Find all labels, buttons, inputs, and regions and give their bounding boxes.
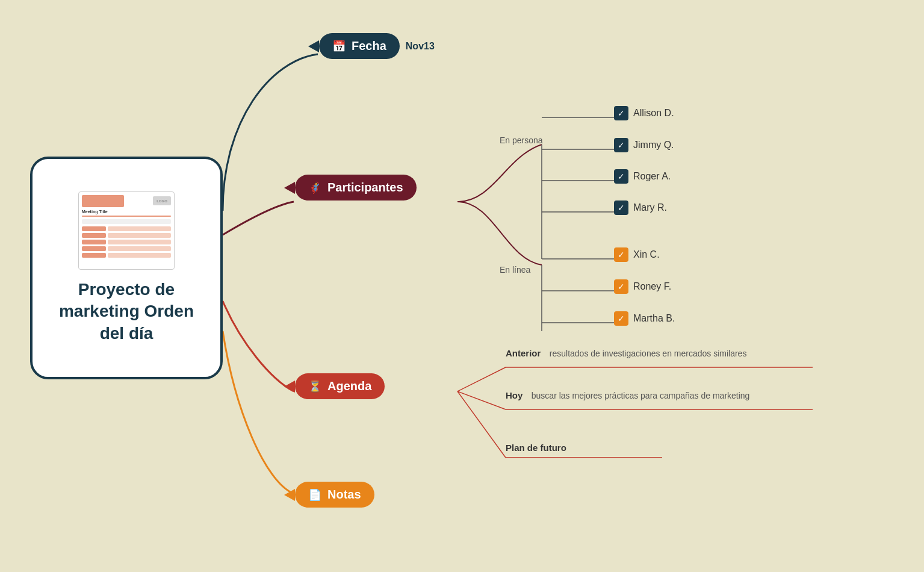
hourglass-icon: ⏳ [308,380,321,393]
central-node: LOGO Meeting Title Proyecto de marketing… [30,157,223,379]
agenda-hoy-text: buscar las mejores prácticas para campañ… [532,391,750,400]
preview-title: Meeting Title [82,210,171,214]
checkbox-orange: ✓ [614,247,628,262]
agenda-anterior-label: Anterior [506,348,541,358]
checkbox-orange: ✓ [614,311,628,326]
en-linea-label: En línea [500,265,530,275]
svg-line-11 [457,391,506,409]
participantes-node: 🦸 Participantes [295,175,417,201]
participant-jimmy: ✓ Jimmy Q. [614,138,674,152]
preview-logo: LOGO [153,196,171,205]
participant-name: Martha B. [633,313,675,324]
participant-name: Allison D. [633,108,674,119]
checkbox-orange: ✓ [614,279,628,294]
svg-line-13 [457,391,506,458]
participant-mary: ✓ Mary R. [614,201,667,215]
svg-line-9 [457,367,506,391]
agenda-label: Agenda [327,379,371,393]
participant-name: Mary R. [633,202,667,213]
agenda-hoy-label: Hoy [506,390,522,400]
checkbox-dark: ✓ [614,201,628,215]
participant-xin: ✓ Xin C. [614,247,660,262]
checkbox-dark: ✓ [614,169,628,184]
fecha-label: Fecha [352,39,386,53]
notas-node: 📄 Notas [295,482,374,508]
central-title: Proyecto de marketing Orden del día [45,279,208,344]
agenda-anterior: Anterior resultados de investigaciones e… [506,348,746,359]
agenda-anterior-text: resultados de investigaciones en mercado… [550,349,747,358]
agenda-pill: ⏳ Agenda [295,373,385,399]
participant-allison: ✓ Allison D. [614,106,674,120]
person-icon: 🦸 [308,181,321,194]
agenda-node: ⏳ Agenda [295,373,385,399]
participant-martha: ✓ Martha B. [614,311,675,326]
meeting-preview: LOGO Meeting Title [78,191,175,270]
notas-pill: 📄 Notas [295,482,374,508]
participantes-label: Participantes [327,181,403,194]
agenda-hoy: Hoy buscar las mejores prácticas para ca… [506,390,749,401]
fecha-pill: 📅 Fecha Nov13 [319,33,400,59]
participant-name: Roger A. [633,171,671,182]
notas-label: Notas [327,488,361,502]
participant-name: Roney F. [633,281,671,292]
participant-roney: ✓ Roney F. [614,279,671,294]
fecha-node: 📅 Fecha Nov13 [319,33,400,59]
participant-roger: ✓ Roger A. [614,169,671,184]
checkbox-dark: ✓ [614,106,628,120]
fecha-value: Nov13 [406,41,435,52]
agenda-futuro-label: Plan de futuro [506,443,566,453]
agenda-futuro: Plan de futuro [506,443,566,453]
participant-name: Jimmy Q. [633,140,674,151]
participantes-pill: 🦸 Participantes [295,175,417,201]
calendar-icon: 📅 [332,40,346,53]
participant-name: Xin C. [633,249,660,260]
checkbox-dark: ✓ [614,138,628,152]
en-persona-label: En persona [500,135,543,145]
notes-icon: 📄 [308,488,321,502]
